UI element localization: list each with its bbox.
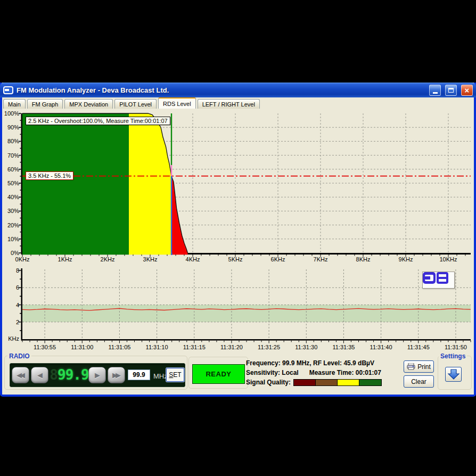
clear-button-label: Clear <box>411 378 426 385</box>
x-axis-tick-khz: 7KHz <box>307 256 334 262</box>
seek-down-fast-icon: ◀◀ <box>17 371 24 379</box>
print-button-label: Print <box>417 363 431 371</box>
x-axis-tick-khz: 4KHz <box>179 256 206 262</box>
y-axis-tick-percent: 90% <box>0 124 19 130</box>
spectrum-plot <box>0 109 476 266</box>
y-axis-tick-percent: 30% <box>0 208 19 214</box>
y-axis-tick-percent: 10% <box>0 236 19 242</box>
x-axis-tick-khz: 5KHz <box>222 256 249 262</box>
frequency-rf-status: Frequency: 99.9 MHz, RF Level: 45.9 dBµV <box>246 359 374 367</box>
sensitivity-status: Sensitivity: Local <box>246 369 299 376</box>
settings-group-label: Settings <box>439 352 467 360</box>
y-axis-tick-percent: 60% <box>0 166 19 173</box>
overshoot-annotation: 2.5 KHz - Overshoot:100.0%, Measure Time… <box>26 117 170 125</box>
time-axis-tick: 11:31:30 <box>290 344 322 350</box>
signal-quality-bar <box>293 379 382 386</box>
y-axis-tick-percent: 70% <box>0 152 19 159</box>
x-axis-tick-khz: 10KHz <box>435 256 462 262</box>
x-axis-tick-khz: 2KHz <box>94 256 121 262</box>
khz-axis-tick: 4 <box>3 302 19 308</box>
app-icon <box>3 86 13 94</box>
frequency-led-display: 899.9 <box>50 364 89 385</box>
signal-quality-row: Signal Quality: <box>246 379 382 386</box>
seek-up-fast-button[interactable]: ▶▶ <box>108 367 125 383</box>
tab-left-right-level[interactable]: LEFT / RIGHT Level <box>198 99 260 109</box>
clear-button[interactable]: Clear <box>404 375 434 388</box>
time-axis-tick: 11:31:40 <box>365 344 397 350</box>
signal-quality-segment-3 <box>338 380 359 385</box>
khz-axis-unit-label: KHz <box>3 335 19 342</box>
y-axis-tick-percent: 80% <box>0 138 19 144</box>
seek-down-icon: ◀ <box>37 371 42 379</box>
window-title: FM Modulation Analyzer - Deva Broadcast … <box>17 86 425 94</box>
rds-trend-chart: 11:30:5511:31:0011:31:0511:31:1011:31:15… <box>0 266 476 352</box>
time-axis-tick: 11:31:10 <box>141 344 173 350</box>
time-axis-tick: 11:30:55 <box>29 344 61 350</box>
deva-db-logo <box>422 272 455 289</box>
mhz-unit-label: MHz <box>153 372 168 380</box>
x-axis-tick-khz: 6KHz <box>265 256 291 262</box>
time-axis-tick: 11:31:25 <box>253 344 285 350</box>
time-axis-tick: 11:31:20 <box>216 344 248 350</box>
time-axis-tick: 11:31:35 <box>327 344 359 350</box>
db-logo-icon <box>423 272 448 284</box>
set-button-label-rest: ET <box>173 371 181 379</box>
seek-up-fast-icon: ▶▶ <box>112 371 120 379</box>
seek-up-button[interactable]: ▶ <box>88 367 106 383</box>
y-axis-tick-percent: 40% <box>0 194 19 200</box>
tab-rds-level[interactable]: RDS Level <box>158 97 196 109</box>
signal-quality-segment-2 <box>316 380 338 385</box>
frequency-input[interactable] <box>128 370 150 380</box>
y-axis-tick-percent: 50% <box>0 180 19 186</box>
seek-up-icon: ▶ <box>95 371 100 379</box>
trend-plot <box>0 266 476 352</box>
signal-quality-segment-4 <box>359 380 381 385</box>
time-axis-tick: 11:31:00 <box>66 344 98 350</box>
sensitivity-measure-status: Sensitivity: Local Measure Time: 00:01:0… <box>246 369 381 376</box>
led-frequency-value: 99.9 <box>58 367 89 383</box>
led-dim-digit: 8 <box>50 367 58 383</box>
close-icon: × <box>465 86 470 94</box>
y-axis-tick-percent: 20% <box>0 222 19 228</box>
x-axis-tick-khz: 1KHz <box>52 256 78 262</box>
measure-time-status: Measure Time: 00:01:07 <box>309 369 381 376</box>
rds-spectrum-chart: 0KHz1KHz2KHz3KHz4KHz5KHz6KHz7KHz8KHz9KHz… <box>0 109 476 266</box>
printer-icon <box>407 363 415 370</box>
time-axis-tick: 11:31:05 <box>103 344 135 350</box>
tab-fm-graph[interactable]: FM Graph <box>27 99 63 109</box>
ready-status-indicator: READY <box>192 364 245 384</box>
print-button[interactable]: Print <box>404 360 434 373</box>
tab-main[interactable]: Main <box>3 99 26 109</box>
minimize-button[interactable] <box>429 85 441 96</box>
y-axis-tick-percent: 0% <box>0 250 19 256</box>
maximize-icon <box>448 88 454 93</box>
maximize-button[interactable] <box>445 85 457 96</box>
seek-down-button[interactable]: ◀ <box>31 367 48 383</box>
time-axis-tick: 11:31:15 <box>178 344 210 350</box>
minimize-icon <box>433 92 438 94</box>
khz-axis-tick: 2 <box>3 319 19 325</box>
down-arrow-icon <box>447 369 460 380</box>
tab-bar: MainFM GraphMPX DeviationPILOT LevelRDS … <box>2 97 474 109</box>
x-axis-tick-khz: 9KHz <box>392 256 419 262</box>
time-axis-tick: 11:31:50 <box>440 344 472 350</box>
close-button[interactable]: × <box>461 85 473 96</box>
seek-down-fast-button[interactable]: ◀◀ <box>12 367 29 383</box>
set-button[interactable]: SET <box>166 368 184 382</box>
khz-axis-tick: 8 <box>3 267 19 274</box>
tab-mpx-deviation[interactable]: MPX Deviation <box>64 99 113 109</box>
x-axis-tick-khz: 0KHz <box>9 256 36 262</box>
signal-quality-segment-1 <box>294 380 316 385</box>
y-axis-tick-percent: 100% <box>0 110 19 117</box>
settings-button[interactable] <box>445 367 462 382</box>
x-axis-tick-khz: 8KHz <box>350 256 376 262</box>
screen: FM Modulation Analyzer - Deva Broadcast … <box>0 0 476 476</box>
title-bar: FM Modulation Analyzer - Deva Broadcast … <box>0 83 476 97</box>
signal-quality-label: Signal Quality: <box>246 379 291 386</box>
set-button-label: S <box>169 371 173 379</box>
khz-axis-tick: 6 <box>3 284 19 291</box>
time-axis-tick: 11:31:45 <box>403 344 434 350</box>
x-axis-tick-khz: 3KHz <box>137 256 163 262</box>
threshold-annotation: 3.5 KHz - 55.1% <box>26 171 73 180</box>
tab-pilot-level[interactable]: PILOT Level <box>114 99 157 109</box>
